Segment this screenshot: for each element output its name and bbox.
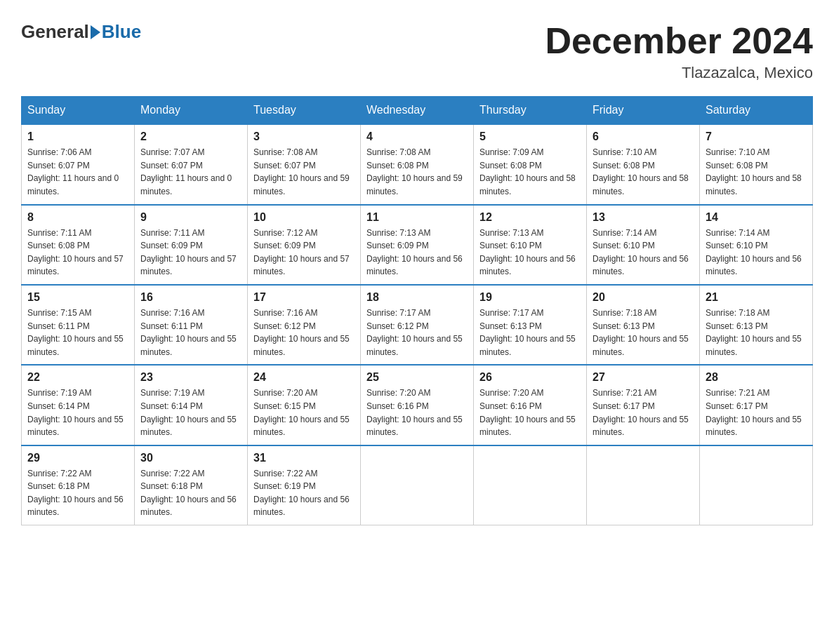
calendar-cell: 1Sunrise: 7:06 AMSunset: 6:07 PMDaylight… (22, 124, 135, 204)
calendar-cell: 31Sunrise: 7:22 AMSunset: 6:19 PMDayligh… (248, 445, 361, 525)
day-number: 3 (253, 130, 355, 143)
day-info: Sunrise: 7:08 AMSunset: 6:07 PMDaylight:… (253, 146, 355, 198)
calendar-cell: 4Sunrise: 7:08 AMSunset: 6:08 PMDaylight… (361, 124, 474, 204)
day-info: Sunrise: 7:08 AMSunset: 6:08 PMDaylight:… (366, 146, 468, 198)
day-number: 28 (706, 371, 807, 384)
day-info: Sunrise: 7:12 AMSunset: 6:09 PMDaylight:… (253, 227, 355, 279)
column-header-thursday: Thursday (474, 97, 587, 125)
calendar-cell: 29Sunrise: 7:22 AMSunset: 6:18 PMDayligh… (22, 445, 135, 525)
day-info: Sunrise: 7:21 AMSunset: 6:17 PMDaylight:… (706, 387, 807, 438)
calendar-cell: 27Sunrise: 7:21 AMSunset: 6:17 PMDayligh… (587, 365, 700, 445)
calendar-cell: 24Sunrise: 7:20 AMSunset: 6:15 PMDayligh… (248, 365, 361, 445)
calendar-cell: 19Sunrise: 7:17 AMSunset: 6:13 PMDayligh… (474, 285, 587, 365)
day-info: Sunrise: 7:16 AMSunset: 6:11 PMDaylight:… (140, 307, 241, 358)
day-info: Sunrise: 7:20 AMSunset: 6:15 PMDaylight:… (253, 387, 355, 438)
day-number: 5 (479, 130, 581, 143)
location-text: Tlazazalca, Mexico (545, 64, 813, 82)
calendar-cell: 18Sunrise: 7:17 AMSunset: 6:12 PMDayligh… (361, 285, 474, 365)
day-info: Sunrise: 7:09 AMSunset: 6:08 PMDaylight:… (479, 146, 581, 198)
calendar-cell: 21Sunrise: 7:18 AMSunset: 6:13 PMDayligh… (700, 285, 813, 365)
calendar-cell (700, 445, 813, 525)
calendar-week-row: 15Sunrise: 7:15 AMSunset: 6:11 PMDayligh… (22, 285, 813, 365)
day-number: 21 (706, 291, 807, 304)
day-info: Sunrise: 7:15 AMSunset: 6:11 PMDaylight:… (27, 307, 128, 358)
calendar-cell: 26Sunrise: 7:20 AMSunset: 6:16 PMDayligh… (474, 365, 587, 445)
day-info: Sunrise: 7:21 AMSunset: 6:17 PMDaylight:… (593, 387, 694, 438)
column-header-wednesday: Wednesday (361, 97, 474, 125)
day-info: Sunrise: 7:17 AMSunset: 6:13 PMDaylight:… (479, 307, 581, 358)
calendar-cell: 11Sunrise: 7:13 AMSunset: 6:09 PMDayligh… (361, 205, 474, 285)
day-number: 30 (140, 452, 241, 464)
day-number: 4 (366, 130, 468, 143)
day-number: 27 (593, 371, 694, 384)
calendar-week-row: 8Sunrise: 7:11 AMSunset: 6:08 PMDaylight… (22, 205, 813, 285)
calendar-cell: 13Sunrise: 7:14 AMSunset: 6:10 PMDayligh… (587, 205, 700, 285)
day-number: 14 (706, 211, 807, 224)
day-number: 25 (366, 371, 468, 384)
month-title: December 2024 (545, 21, 813, 61)
day-info: Sunrise: 7:14 AMSunset: 6:10 PMDaylight:… (706, 227, 807, 279)
logo: General Blue (21, 21, 141, 43)
calendar-week-row: 1Sunrise: 7:06 AMSunset: 6:07 PMDaylight… (22, 124, 813, 204)
calendar-cell (474, 445, 587, 525)
day-info: Sunrise: 7:20 AMSunset: 6:16 PMDaylight:… (366, 387, 468, 438)
column-header-monday: Monday (135, 97, 248, 125)
calendar-cell (361, 445, 474, 525)
logo-arrow-icon (91, 25, 100, 39)
day-info: Sunrise: 7:18 AMSunset: 6:13 PMDaylight:… (706, 307, 807, 358)
day-number: 13 (593, 211, 694, 224)
day-info: Sunrise: 7:13 AMSunset: 6:10 PMDaylight:… (479, 227, 581, 279)
day-number: 26 (479, 371, 581, 384)
calendar-cell: 25Sunrise: 7:20 AMSunset: 6:16 PMDayligh… (361, 365, 474, 445)
column-header-saturday: Saturday (700, 97, 813, 125)
day-number: 31 (253, 452, 355, 464)
calendar-cell: 9Sunrise: 7:11 AMSunset: 6:09 PMDaylight… (135, 205, 248, 285)
day-info: Sunrise: 7:10 AMSunset: 6:08 PMDaylight:… (706, 146, 807, 198)
day-info: Sunrise: 7:19 AMSunset: 6:14 PMDaylight:… (27, 387, 128, 438)
day-info: Sunrise: 7:19 AMSunset: 6:14 PMDaylight:… (140, 387, 241, 438)
day-info: Sunrise: 7:16 AMSunset: 6:12 PMDaylight:… (253, 307, 355, 358)
day-number: 20 (593, 291, 694, 304)
calendar-table: SundayMondayTuesdayWednesdayThursdayFrid… (21, 96, 813, 525)
day-number: 15 (27, 291, 128, 304)
day-number: 18 (366, 291, 468, 304)
day-number: 17 (253, 291, 355, 304)
day-number: 10 (253, 211, 355, 224)
page-header: General Blue December 2024 Tlazazalca, M… (21, 21, 813, 82)
day-number: 9 (140, 211, 241, 224)
calendar-cell: 5Sunrise: 7:09 AMSunset: 6:08 PMDaylight… (474, 124, 587, 204)
calendar-week-row: 22Sunrise: 7:19 AMSunset: 6:14 PMDayligh… (22, 365, 813, 445)
calendar-cell: 3Sunrise: 7:08 AMSunset: 6:07 PMDaylight… (248, 124, 361, 204)
title-section: December 2024 Tlazazalca, Mexico (545, 21, 813, 82)
day-info: Sunrise: 7:11 AMSunset: 6:08 PMDaylight:… (27, 227, 128, 279)
calendar-cell: 6Sunrise: 7:10 AMSunset: 6:08 PMDaylight… (587, 124, 700, 204)
calendar-cell: 22Sunrise: 7:19 AMSunset: 6:14 PMDayligh… (22, 365, 135, 445)
column-header-sunday: Sunday (22, 97, 135, 125)
day-info: Sunrise: 7:18 AMSunset: 6:13 PMDaylight:… (593, 307, 694, 358)
day-number: 22 (27, 371, 128, 384)
day-number: 11 (366, 211, 468, 224)
day-number: 23 (140, 371, 241, 384)
day-info: Sunrise: 7:13 AMSunset: 6:09 PMDaylight:… (366, 227, 468, 279)
calendar-header-row: SundayMondayTuesdayWednesdayThursdayFrid… (22, 97, 813, 125)
day-number: 19 (479, 291, 581, 304)
day-info: Sunrise: 7:14 AMSunset: 6:10 PMDaylight:… (593, 227, 694, 279)
calendar-cell: 2Sunrise: 7:07 AMSunset: 6:07 PMDaylight… (135, 124, 248, 204)
calendar-cell: 15Sunrise: 7:15 AMSunset: 6:11 PMDayligh… (22, 285, 135, 365)
calendar-cell: 28Sunrise: 7:21 AMSunset: 6:17 PMDayligh… (700, 365, 813, 445)
calendar-cell: 12Sunrise: 7:13 AMSunset: 6:10 PMDayligh… (474, 205, 587, 285)
day-info: Sunrise: 7:22 AMSunset: 6:18 PMDaylight:… (27, 467, 128, 519)
calendar-cell (587, 445, 700, 525)
day-number: 8 (27, 211, 128, 224)
day-number: 6 (593, 130, 694, 143)
day-number: 16 (140, 291, 241, 304)
calendar-cell: 20Sunrise: 7:18 AMSunset: 6:13 PMDayligh… (587, 285, 700, 365)
day-number: 7 (706, 130, 807, 143)
calendar-cell: 30Sunrise: 7:22 AMSunset: 6:18 PMDayligh… (135, 445, 248, 525)
calendar-cell: 14Sunrise: 7:14 AMSunset: 6:10 PMDayligh… (700, 205, 813, 285)
day-number: 24 (253, 371, 355, 384)
calendar-cell: 16Sunrise: 7:16 AMSunset: 6:11 PMDayligh… (135, 285, 248, 365)
day-info: Sunrise: 7:17 AMSunset: 6:12 PMDaylight:… (366, 307, 468, 358)
logo-general-text: General (21, 21, 89, 43)
column-header-tuesday: Tuesday (248, 97, 361, 125)
